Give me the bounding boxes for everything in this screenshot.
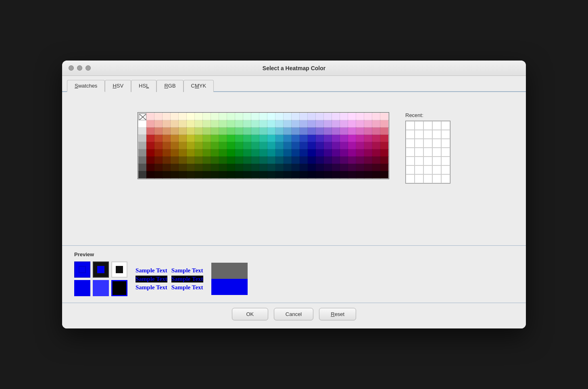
color-cell[interactable] xyxy=(203,142,211,149)
color-cell[interactable] xyxy=(179,142,187,149)
color-cell[interactable] xyxy=(203,149,211,157)
color-cell[interactable] xyxy=(195,113,203,120)
color-cell[interactable] xyxy=(138,128,146,135)
color-cell[interactable] xyxy=(292,120,300,128)
color-cell[interactable] xyxy=(275,128,284,135)
color-cell[interactable] xyxy=(267,113,275,120)
color-cell[interactable] xyxy=(380,135,388,142)
color-cell[interactable] xyxy=(219,149,227,157)
close-button[interactable] xyxy=(69,65,74,71)
recent-cell[interactable] xyxy=(415,121,423,130)
color-cell[interactable] xyxy=(348,128,356,135)
color-cell[interactable] xyxy=(138,120,146,128)
recent-cell[interactable] xyxy=(406,121,415,130)
color-cell[interactable] xyxy=(179,164,187,171)
recent-cell[interactable] xyxy=(406,148,415,157)
color-cell[interactable] xyxy=(179,171,187,178)
tab-hsv[interactable]: HSV xyxy=(105,80,131,92)
color-cell[interactable] xyxy=(324,142,332,149)
color-cell[interactable] xyxy=(316,120,324,128)
tab-rgb[interactable]: RGB xyxy=(156,80,183,92)
color-cell[interactable] xyxy=(243,135,251,142)
color-cell[interactable] xyxy=(284,113,292,120)
color-cell[interactable] xyxy=(308,157,316,164)
color-cell[interactable] xyxy=(235,120,243,128)
color-cell[interactable] xyxy=(163,128,171,135)
recent-cell[interactable] xyxy=(441,130,450,139)
color-cell[interactable] xyxy=(324,128,332,135)
color-cell[interactable] xyxy=(227,142,235,149)
color-cell[interactable] xyxy=(348,164,356,171)
color-cell[interactable] xyxy=(324,149,332,157)
color-cell[interactable] xyxy=(187,171,195,178)
recent-cell[interactable] xyxy=(441,121,450,130)
color-cell[interactable] xyxy=(356,142,364,149)
color-cell[interactable] xyxy=(171,171,179,178)
color-cell[interactable] xyxy=(340,171,348,178)
color-cell[interactable] xyxy=(154,113,163,120)
color-cell[interactable] xyxy=(219,142,227,149)
color-cell[interactable] xyxy=(211,128,219,135)
color-cell[interactable] xyxy=(356,171,364,178)
color-cell[interactable] xyxy=(364,120,372,128)
color-cell[interactable] xyxy=(195,157,203,164)
color-cell[interactable] xyxy=(316,164,324,171)
color-cell[interactable] xyxy=(138,142,146,149)
color-cell[interactable] xyxy=(154,171,163,178)
color-cell[interactable] xyxy=(364,171,372,178)
color-cell[interactable] xyxy=(251,157,259,164)
color-cell[interactable] xyxy=(227,164,235,171)
color-cell[interactable] xyxy=(203,128,211,135)
color-cell[interactable] xyxy=(243,164,251,171)
color-cell[interactable] xyxy=(171,142,179,149)
color-cell[interactable] xyxy=(154,128,163,135)
color-cell[interactable] xyxy=(267,164,275,171)
color-cell[interactable] xyxy=(267,157,275,164)
color-cell[interactable] xyxy=(340,149,348,157)
color-cell[interactable] xyxy=(251,164,259,171)
color-cell[interactable] xyxy=(348,120,356,128)
recent-cell[interactable] xyxy=(415,157,423,165)
color-cell[interactable] xyxy=(259,157,267,164)
color-cell[interactable] xyxy=(380,128,388,135)
color-cell[interactable] xyxy=(324,171,332,178)
color-cell[interactable] xyxy=(340,142,348,149)
color-cell[interactable] xyxy=(195,164,203,171)
color-cell[interactable] xyxy=(380,171,388,178)
color-cell[interactable] xyxy=(284,128,292,135)
color-cell[interactable] xyxy=(332,164,340,171)
color-cell[interactable] xyxy=(146,164,154,171)
color-cell[interactable] xyxy=(154,120,163,128)
color-cell[interactable] xyxy=(372,128,380,135)
color-cell[interactable] xyxy=(284,164,292,171)
color-cell[interactable] xyxy=(163,120,171,128)
color-cell[interactable] xyxy=(316,135,324,142)
color-cell[interactable] xyxy=(380,120,388,128)
color-cell[interactable] xyxy=(364,164,372,171)
color-cell[interactable] xyxy=(227,120,235,128)
color-cell[interactable] xyxy=(227,157,235,164)
color-cell[interactable] xyxy=(348,157,356,164)
color-cell[interactable] xyxy=(372,171,380,178)
color-cell[interactable] xyxy=(292,149,300,157)
recent-cell[interactable] xyxy=(432,157,441,165)
recent-cell[interactable] xyxy=(423,130,432,139)
color-cell[interactable] xyxy=(259,171,267,178)
color-cell[interactable] xyxy=(348,142,356,149)
color-cell[interactable] xyxy=(138,135,146,142)
color-cell[interactable] xyxy=(219,128,227,135)
color-cell[interactable] xyxy=(340,164,348,171)
color-cell[interactable] xyxy=(348,113,356,120)
color-cell[interactable] xyxy=(179,128,187,135)
color-cell[interactable] xyxy=(364,149,372,157)
recent-cell[interactable] xyxy=(432,121,441,130)
color-cell[interactable] xyxy=(267,128,275,135)
color-cell[interactable] xyxy=(219,164,227,171)
color-cell[interactable] xyxy=(146,135,154,142)
color-cell[interactable] xyxy=(138,171,146,178)
color-cell[interactable] xyxy=(163,149,171,157)
maximize-button[interactable] xyxy=(85,65,91,71)
tab-cmyk[interactable]: CMYK xyxy=(183,80,214,92)
color-cell[interactable] xyxy=(300,128,308,135)
color-cell[interactable] xyxy=(251,171,259,178)
